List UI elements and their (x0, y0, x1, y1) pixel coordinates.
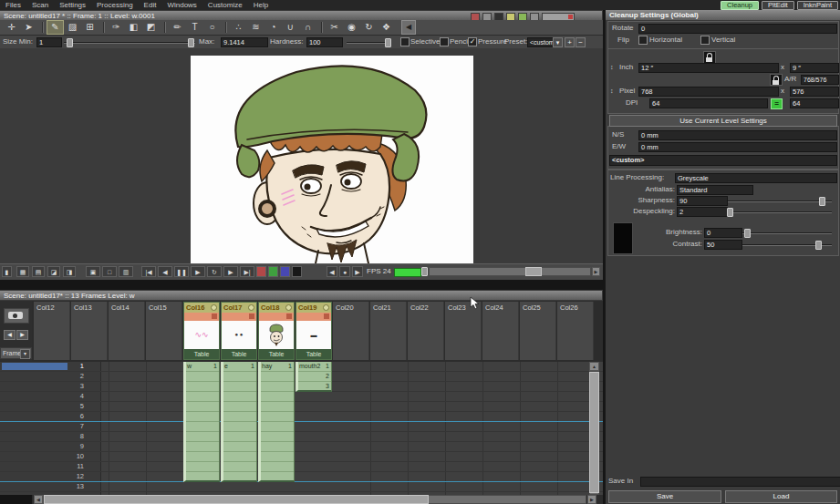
tool-selection[interactable]: ➤ (21, 21, 36, 34)
tool-bender[interactable]: ∩ (300, 21, 316, 34)
flip-vertical-checkbox[interactable] (700, 36, 710, 45)
xsheet-hscroll-left-icon[interactable]: ◀ (34, 495, 43, 504)
column-header-col20[interactable]: Col20 (333, 302, 369, 360)
tool-cutter[interactable]: ✂ (327, 21, 342, 34)
first-frame[interactable]: |◀ (141, 266, 156, 277)
tool-geometric[interactable]: ○ (204, 21, 220, 34)
tool-type[interactable]: T (187, 21, 202, 34)
viewer-hscroll-track[interactable] (429, 267, 591, 276)
dpi2-field[interactable]: 64 (790, 98, 839, 108)
camstand-view[interactable]: ▤ (32, 266, 45, 277)
column-header-col15[interactable]: Col15 (146, 302, 182, 360)
antialias-field[interactable]: Standard (677, 185, 753, 195)
tool-tape[interactable]: ⊞ (82, 21, 98, 34)
pause[interactable]: ❚❚ (174, 266, 189, 277)
rotate-field[interactable]: 0 (638, 24, 837, 34)
cell-range-mouth2[interactable]: mouth2123 (296, 362, 332, 392)
max-field[interactable]: 9.1414 (221, 37, 268, 47)
tool-style-picker[interactable]: ✑ (109, 21, 124, 34)
xsheet-hscroll-thumb[interactable] (44, 495, 429, 504)
preset-remove-button[interactable]: − (576, 37, 586, 47)
column-config-icon[interactable] (248, 304, 254, 311)
ar-lock-icon[interactable] (770, 74, 783, 86)
dpi-field[interactable]: 64 (649, 98, 768, 108)
hardness-slider[interactable] (347, 42, 390, 44)
tool-brush[interactable]: ✎ (47, 21, 63, 34)
size-slider[interactable] (64, 42, 195, 44)
column-header-col19[interactable]: Col19▬Table (296, 302, 332, 360)
xsheet-row[interactable]: 8 (0, 432, 603, 442)
pixel-width-field[interactable]: 768 (638, 87, 779, 97)
tool-eraser[interactable]: ▨ (65, 21, 80, 34)
column-header-col16[interactable]: Col16∿∿Table (183, 302, 220, 360)
viewer-work-area[interactable] (0, 48, 603, 263)
current-frame-indicator[interactable]: ● (339, 266, 350, 277)
brightness-slider[interactable] (742, 232, 832, 234)
cell-range-e[interactable]: e1 (221, 362, 257, 482)
ar-field[interactable]: 768/576 (801, 75, 839, 85)
column-header-col18[interactable]: Col18Table (258, 302, 295, 360)
column-header-col23[interactable]: Col23 (445, 302, 482, 360)
ew-field[interactable]: 0 mm (638, 142, 837, 152)
tool-animate[interactable]: ✛ (4, 21, 19, 34)
preset-field[interactable]: <custom> (527, 37, 555, 47)
red-channel[interactable] (256, 266, 266, 277)
tool-magnet[interactable]: ∪ (283, 21, 298, 34)
menu-item-help[interactable]: Help (248, 0, 274, 10)
green-channel[interactable] (268, 266, 278, 277)
menu-item-windows[interactable]: Windows (161, 0, 202, 10)
compare-view[interactable]: ◨ (63, 266, 76, 277)
brightness-handle[interactable] (744, 229, 751, 238)
xsheet-cell-area[interactable]: 12345678910111213w1e1hay1mouth2123▲ (0, 362, 603, 495)
tool-zoom[interactable]: ◉ (344, 21, 359, 34)
prev-frame[interactable]: ◀ (158, 266, 172, 277)
menu-item-processing[interactable]: Processing (91, 0, 139, 10)
tool-fill[interactable]: ◩ (143, 21, 159, 34)
pixel-height-field[interactable]: 576 (790, 87, 839, 97)
cell-range-w[interactable]: w1 (183, 362, 220, 482)
sharpness-handle[interactable] (819, 197, 825, 206)
flip-horizontal-checkbox[interactable] (638, 36, 648, 45)
playback-options[interactable]: ▮ (2, 266, 12, 277)
blue-channel[interactable] (280, 266, 290, 277)
column-header-col21[interactable]: Col21 (370, 302, 407, 360)
tool-paint-brush[interactable]: ✏ (170, 21, 185, 34)
xsheet-row[interactable]: 4 (0, 392, 603, 402)
pressure-checkbox[interactable]: ✓ (468, 37, 477, 46)
load-button[interactable]: Load (725, 490, 837, 503)
step-forward[interactable]: ▶ (352, 266, 363, 277)
camera-preset-dropdown[interactable]: <custom> (609, 155, 837, 166)
3d-view[interactable]: ◪ (47, 266, 60, 277)
inch-height-field[interactable]: 9 ″ (790, 63, 839, 73)
tool-control-point-editor[interactable]: ∴ (231, 21, 246, 34)
safe-area[interactable]: □ (102, 266, 117, 277)
xsheet-row[interactable]: 6 (0, 412, 603, 422)
matte-channel[interactable] (292, 266, 302, 277)
xsheet-vscroll-up-icon[interactable]: ▲ (589, 362, 599, 371)
menu-item-customize[interactable]: Customize (202, 0, 248, 10)
line-processing-field[interactable]: Greyscale (675, 173, 837, 183)
drawing-canvas[interactable] (191, 56, 473, 263)
play[interactable]: ▶ (191, 266, 205, 277)
column-header-col25[interactable]: Col25 (520, 302, 556, 360)
loop[interactable]: ↻ (207, 266, 222, 277)
size-min-field[interactable]: 1 (36, 37, 62, 47)
column-header-col22[interactable]: Col22 (408, 302, 444, 360)
field-guide[interactable]: ▣ (86, 266, 100, 277)
swap-pixel-icon[interactable]: ↕ (610, 87, 614, 96)
hardness-handle[interactable] (385, 38, 391, 47)
column-filter-icon[interactable] (249, 314, 254, 319)
tool-pump[interactable]: ◔ (265, 21, 281, 34)
column-header-col17[interactable]: Col17● ●Table (221, 302, 257, 360)
column-filter-icon[interactable] (324, 314, 329, 319)
column-filter-icon[interactable] (212, 314, 217, 319)
tool-hand[interactable]: ❖ (379, 21, 394, 34)
last-frame[interactable]: ▶| (240, 266, 254, 277)
menu-item-settings[interactable]: Settings (54, 0, 91, 10)
xsheet-row[interactable]: 7 (0, 422, 603, 432)
size-min-handle[interactable] (67, 38, 73, 47)
inch-width-field[interactable]: 12 ″ (638, 63, 779, 73)
preset-dropdown-icon[interactable]: ▾ (553, 37, 563, 47)
column-config-icon[interactable] (323, 304, 329, 311)
column-header-col12[interactable]: Col12 (34, 302, 70, 360)
